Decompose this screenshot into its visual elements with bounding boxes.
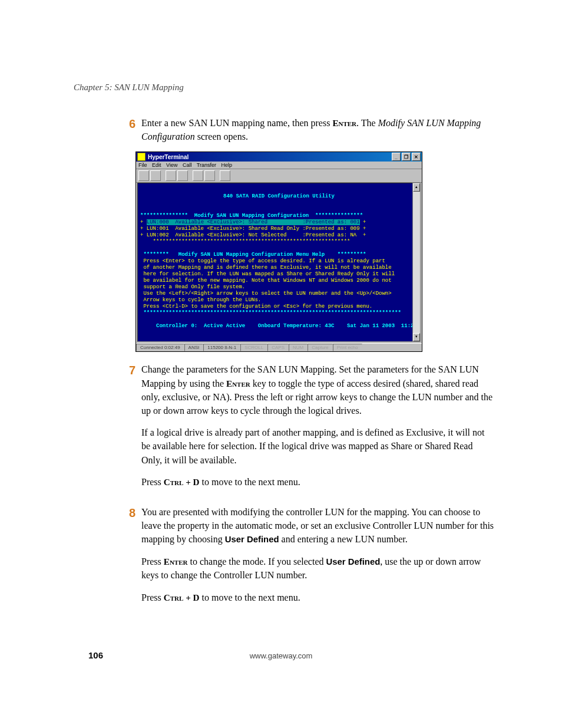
user-defined-label: User Defined xyxy=(225,535,279,544)
ht-titlebar: HyperTerminal _ ❐ ✕ xyxy=(136,152,422,162)
step-7-body: Change the parameters for the SAN LUN Ma… xyxy=(141,363,494,497)
footer-url: www.gateway.com xyxy=(0,651,562,660)
status-caps: CAPS xyxy=(267,344,289,351)
terminal-screen[interactable]: 840 SATA RAID Configuration Utility ****… xyxy=(137,183,421,342)
step6-text-b: . The xyxy=(356,118,378,128)
step-number-7: 7 xyxy=(118,363,141,497)
term-header: *************** Modify SAN LUN Mapping C… xyxy=(140,213,418,219)
term-help7: Arrow keys to cycle through the LUNs. xyxy=(140,297,418,304)
status-printecho: Print echo xyxy=(333,344,362,351)
enter-key: Enter xyxy=(164,556,188,566)
hyperterminal-window: HyperTerminal _ ❐ ✕ File Edit View Call … xyxy=(135,151,422,352)
terminal-scrollbar[interactable]: ▴ ▾ xyxy=(412,183,421,342)
step-6-body: Enter a new SAN LUN mapping name, then p… xyxy=(141,116,494,143)
scroll-down-icon[interactable]: ▾ xyxy=(413,333,420,341)
status-capture: Capture xyxy=(308,344,332,351)
term-help2: of another Mapping and is defined there … xyxy=(140,265,418,271)
term-help1: Press <Enter> to toggle the type of acce… xyxy=(140,258,418,265)
term-help-header: ******** Modify SAN LUN Mapping Configur… xyxy=(140,252,418,258)
term-title: 840 SATA RAID Configuration Utility xyxy=(140,193,418,200)
ht-menubar: File Edit View Call Transfer Help xyxy=(136,162,422,169)
term-help8: Press <Ctrl-D> to save the configuration… xyxy=(140,304,418,310)
enter-key: Enter xyxy=(332,118,356,128)
ht-title-text: HyperTerminal xyxy=(148,154,391,160)
term-row0-b: + xyxy=(360,219,366,225)
toolbar-new-icon[interactable] xyxy=(138,170,149,181)
ctrl-d-key: Ctrl + D xyxy=(164,477,200,487)
toolbar-hangup-icon[interactable] xyxy=(177,170,188,181)
s7p3a: Press xyxy=(141,477,164,487)
menu-call[interactable]: Call xyxy=(183,162,192,168)
term-controller-status: Controller 0: Active Active Onboard Temp… xyxy=(140,323,418,330)
term-row3: ****************************************… xyxy=(140,239,418,245)
ht-app-icon xyxy=(137,153,146,161)
toolbar-call-icon[interactable] xyxy=(166,170,176,181)
s8p3b: to move to the next menu. xyxy=(200,592,300,602)
status-connected: Connected 0:02:49 xyxy=(136,344,184,351)
toolbar-properties-icon[interactable] xyxy=(220,170,230,181)
term-lun001: + LUN:001 Available <Exclusive>: Shared … xyxy=(140,226,418,232)
term-lun000-selected[interactable]: LUN:000 Available <Exclusive>: Shared :P… xyxy=(147,219,360,225)
step-number-6: 6 xyxy=(118,116,141,143)
term-help3: here for selection. If the LUN was mappe… xyxy=(140,271,418,278)
enter-key: Enter xyxy=(226,378,250,388)
step-number-8: 8 xyxy=(118,505,141,612)
close-button[interactable]: ✕ xyxy=(412,153,421,161)
menu-transfer[interactable]: Transfer xyxy=(197,162,216,168)
s8p2a: Press xyxy=(141,556,164,566)
scroll-track[interactable] xyxy=(413,192,420,333)
toolbar-send-icon[interactable] xyxy=(193,170,203,181)
step6-text-a: Enter a new SAN LUN mapping name, then p… xyxy=(141,118,332,128)
term-help5: support a Read Only file system. xyxy=(140,284,418,291)
status-num: NUM xyxy=(289,344,308,351)
step-8-body: You are presented with modifying the con… xyxy=(141,505,494,612)
s7p2: If a logical drive is already part of an… xyxy=(141,426,494,467)
term-help9: ****************************************… xyxy=(140,310,418,317)
ht-statusbar: Connected 0:02:49 ANSI 115200 8-N-1 SCRO… xyxy=(136,343,422,351)
maximize-button[interactable]: ❐ xyxy=(402,153,411,161)
status-emulation: ANSI xyxy=(184,344,204,351)
term-help6: Use the <Left>/<Right> arrow keys to sel… xyxy=(140,291,418,297)
step-8: 8 You are presented with modifying the c… xyxy=(118,505,494,612)
s8p2b: to change the mode. If you selected xyxy=(187,556,326,566)
step-6: 6 Enter a new SAN LUN mapping name, then… xyxy=(118,116,494,143)
ctrl-d-key: Ctrl + D xyxy=(164,592,200,602)
scroll-up-icon[interactable]: ▴ xyxy=(413,183,420,192)
menu-help[interactable]: Help xyxy=(222,162,233,168)
menu-file[interactable]: File xyxy=(138,162,147,168)
s8p1b: and entering a new LUN number. xyxy=(279,534,408,544)
s7p3b: to move to the next menu. xyxy=(200,477,300,487)
term-lun002: + LUN:002 Available <Exclusive>: Not Sel… xyxy=(140,232,418,239)
status-baud: 115200 8-N-1 xyxy=(203,344,240,351)
menu-edit[interactable]: Edit xyxy=(152,162,161,168)
toolbar-open-icon[interactable] xyxy=(150,170,161,181)
toolbar-receive-icon[interactable] xyxy=(204,170,215,181)
step6-text-c: screen opens. xyxy=(195,131,248,141)
menu-view[interactable]: View xyxy=(166,162,177,168)
term-row0-a: + xyxy=(140,219,147,225)
minimize-button[interactable]: _ xyxy=(392,153,401,161)
user-defined-label: User Defined xyxy=(326,557,381,566)
step-7: 7 Change the parameters for the SAN LUN … xyxy=(118,363,494,497)
s8p3a: Press xyxy=(141,592,164,602)
status-scroll: SCROLL xyxy=(240,344,267,351)
term-help4: be availabel for the new mapping. Note t… xyxy=(140,278,418,284)
chapter-header: Chapter 5: SAN LUN Mapping xyxy=(74,83,494,93)
ht-toolbar xyxy=(136,169,422,183)
